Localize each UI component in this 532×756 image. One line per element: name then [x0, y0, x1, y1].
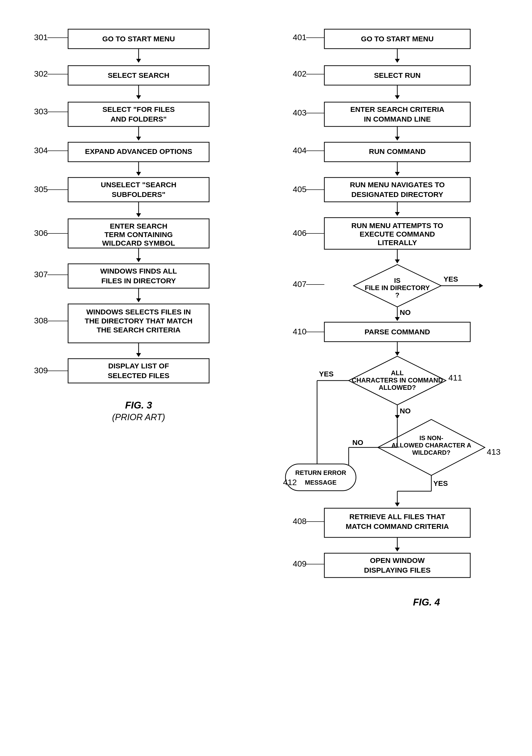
svg-marker-3 — [136, 59, 141, 63]
node-411-label-3: ALLOWED? — [379, 384, 416, 391]
node-412-label-2: MESSAGE — [305, 479, 336, 486]
ref-406: 406 — [293, 228, 306, 238]
node-407-label-3: ? — [395, 291, 399, 299]
node-301-label: GO TO START MENU — [102, 35, 175, 43]
ref-305: 305 — [34, 185, 48, 194]
svg-marker-57 — [395, 259, 400, 263]
svg-marker-27 — [136, 298, 141, 302]
ref-404: 404 — [293, 146, 306, 155]
node-309-label-2: SELECTED FILES — [108, 371, 169, 380]
node-308-label-3: THE SEARCH CRITERIA — [96, 326, 180, 334]
ref-306: 306 — [34, 228, 48, 238]
node-403-label-1: ENTER SEARCH CRITERIA — [350, 105, 444, 113]
node-302-label: SELECT SEARCH — [108, 71, 169, 79]
svg-marker-53 — [395, 212, 400, 216]
ref-304: 304 — [34, 146, 48, 155]
ref-301: 301 — [34, 33, 48, 42]
svg-marker-7 — [136, 95, 141, 99]
svg-marker-11 — [136, 137, 141, 141]
fig3-caption: FIG. 3 — [125, 400, 152, 411]
ref-409: 409 — [293, 559, 306, 568]
ref-302: 302 — [34, 69, 48, 78]
node-308-label-2: THE DIRECTORY THAT MATCH — [85, 317, 192, 325]
ref-412-left: 412 — [283, 477, 297, 487]
node-308-label-1: WINDOWS SELECTS FILES IN — [86, 308, 191, 316]
no-411-label: NO — [400, 407, 411, 415]
svg-marker-15 — [136, 172, 141, 176]
node-303-label-1: SELECT "FOR FILES — [102, 105, 175, 113]
node-413-label-2: ALLOWED CHARACTER A — [391, 442, 471, 449]
node-305-label-2: SUBFOLDERS" — [112, 190, 166, 199]
no-413-label: NO — [352, 439, 363, 446]
svg-marker-67 — [395, 352, 400, 356]
node-412-label-1: RETURN ERROR — [295, 469, 346, 476]
node-407-label-1: IS — [394, 277, 400, 284]
node-406-label-1: RUN MENU ATTEMPTS TO — [351, 222, 443, 230]
node-405-label-2: DESIGNATED DIRECTORY — [351, 190, 443, 199]
ref-405: 405 — [293, 185, 306, 194]
node-408-label-2: MATCH COMMAND CRITERIA — [346, 522, 449, 530]
ref-401: 401 — [293, 33, 306, 42]
node-303-label-2: AND FOLDERS" — [111, 115, 167, 123]
ref-308: 308 — [34, 316, 48, 325]
ref-402: 402 — [293, 69, 306, 78]
svg-marker-90 — [395, 548, 400, 552]
ref-309: 309 — [34, 366, 48, 375]
ref-413: 413 — [487, 447, 501, 456]
svg-marker-31 — [136, 353, 141, 357]
node-408-label-1: RETRIEVE ALL FILES THAT — [349, 513, 445, 521]
node-410-label: PARSE COMMAND — [364, 328, 430, 336]
ref-403: 403 — [293, 108, 306, 117]
node-306-label-3: WILDCARD SYMBOL — [102, 239, 175, 247]
node-304-label: EXPAND ADVANCED OPTIONS — [85, 148, 192, 155]
node-406-label-2: EXECUTE COMMAND — [359, 230, 435, 238]
ref-307: 307 — [34, 270, 48, 279]
ref-408: 408 — [293, 517, 306, 526]
svg-marker-85 — [395, 502, 400, 506]
node-407-label-2: FILE IN DIRECTORY — [365, 284, 430, 291]
svg-marker-49 — [395, 172, 400, 176]
node-305-label-1: UNSELECT "SEARCH — [101, 181, 176, 189]
fig3-subcaption: (PRIOR ART) — [112, 412, 165, 422]
fig4-caption: FIG. 4 — [413, 597, 440, 608]
node-409-label-2: DISPLAYING FILES — [364, 566, 431, 574]
svg-marker-61 — [479, 283, 483, 288]
yes-407-label: YES — [443, 275, 458, 283]
node-409-label-1: OPEN WINDOW — [370, 556, 425, 564]
yes-411-label: YES — [319, 370, 333, 378]
node-307-label-1: WINDOWS FINDS ALL — [100, 267, 177, 275]
ref-411: 411 — [448, 373, 462, 382]
ref-410: 410 — [293, 327, 306, 336]
ref-407: 407 — [293, 280, 306, 289]
node-309-label-1: DISPLAY LIST OF — [108, 362, 169, 370]
no-407-label: NO — [400, 308, 411, 316]
node-404-label: RUN COMMAND — [369, 148, 426, 155]
node-406-label-3: LITERALLY — [378, 238, 417, 247]
svg-marker-19 — [136, 213, 141, 217]
fig4-diagram: 401 GO TO START MENU 402 SELECT RUN 403 … — [280, 14, 524, 744]
node-411-label-1: ALL — [391, 369, 404, 377]
svg-marker-63 — [395, 317, 400, 321]
yes-413-label: YES — [433, 479, 448, 487]
node-403-label-2: IN COMMAND LINE — [364, 115, 431, 123]
node-405-label-1: RUN MENU NAVIGATES TO — [350, 181, 445, 189]
node-401-label: GO TO START MENU — [361, 35, 434, 43]
svg-marker-41 — [395, 95, 400, 99]
svg-marker-23 — [136, 258, 141, 262]
node-306-label-2: TERM CONTAINING — [104, 230, 173, 238]
svg-marker-74 — [395, 415, 400, 419]
node-307-label-2: FILES IN DIRECTORY — [101, 277, 176, 285]
fig3-diagram: 301 GO TO START MENU 302 SELECT SEARCH 3… — [19, 14, 238, 695]
node-413-label-1: IS NON- — [419, 434, 443, 442]
ref-303: 303 — [34, 107, 48, 116]
node-306-label-1: ENTER SEARCH — [110, 222, 168, 230]
node-411-label-2: CHARACTERS IN COMMAND — [352, 377, 443, 384]
node-402-label: SELECT RUN — [374, 71, 421, 79]
node-413-label-3: WILDCARD? — [412, 449, 450, 456]
svg-marker-37 — [395, 59, 400, 63]
svg-marker-45 — [395, 137, 400, 141]
